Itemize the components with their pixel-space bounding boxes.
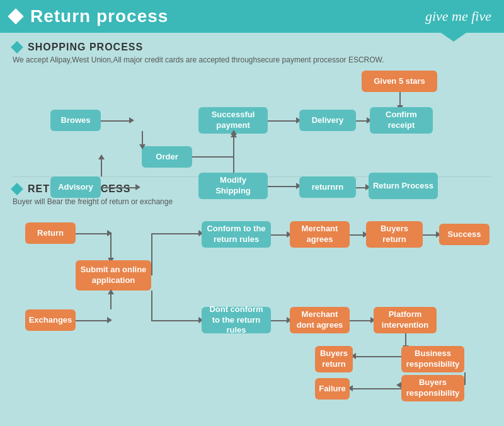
business-resp-box: Business responsibility <box>401 346 464 372</box>
arr-exch-r <box>76 320 110 321</box>
platform-box: Platform intervention <box>374 307 437 333</box>
buyers-return-2-box: Buyers return <box>315 346 353 372</box>
returnrn-box: returnrn <box>299 176 356 198</box>
arr-ret-down <box>110 233 112 260</box>
arrowhead-browes-down <box>139 144 146 149</box>
arr-buyersresp-failure <box>353 388 401 389</box>
return-box: Return <box>25 222 76 244</box>
confirm-receipt-box: Confirm receipt <box>370 107 433 134</box>
given-5-stars-box: Given 5 stars <box>362 71 437 92</box>
shopping-description: We accept Alipay,West Union,All major cr… <box>13 55 491 64</box>
arrowhead-browes-sp <box>129 117 134 124</box>
arr-submit-v <box>151 233 152 275</box>
failure-box: Failure <box>315 378 350 400</box>
arrowhead-ms-sp <box>231 132 237 137</box>
arr-bizresp-down <box>464 372 466 385</box>
return-diamond-icon <box>11 183 23 195</box>
arr-submit-dontconform <box>151 320 202 321</box>
advisory-box: Advisory <box>50 176 101 198</box>
arr-order-sp <box>192 156 233 158</box>
order-box: Order <box>142 146 192 168</box>
header-diamond-icon <box>8 8 23 24</box>
arrowhead-advisory-up <box>98 154 105 159</box>
shopping-diamond-icon <box>11 41 23 54</box>
dont-conform-box: Dont conform to the return rules <box>202 307 271 333</box>
arr-browes-sp <box>101 120 132 122</box>
arr-submit-conform <box>151 233 202 234</box>
arrowhead-advisory-ms <box>135 184 140 190</box>
shopping-flow: Given 5 stars Browes Successful payment … <box>13 71 491 171</box>
return-flow: Return Submit an online application Conf… <box>13 212 491 395</box>
arr-submit-v2 <box>151 291 152 320</box>
buyers-resp-box: Buyers responsibility <box>401 375 464 401</box>
arrowhead-exch-up <box>108 289 114 294</box>
arrowhead-exch-r <box>107 317 112 323</box>
modify-shipping-box: Modify Shipping <box>198 173 268 199</box>
page-title: Return process <box>30 6 168 26</box>
delivery-box: Delivery <box>299 110 356 131</box>
exchanges-box: Exchanges <box>25 309 76 331</box>
main-content: SHOPPING PROCESS We accept Alipay,West U… <box>0 33 504 404</box>
arr-ms-sp <box>233 134 234 173</box>
shopping-section-header: SHOPPING PROCESS <box>13 42 491 53</box>
merchant-agrees-box: Merchant agrees <box>290 221 350 248</box>
return-process-box: Return Process <box>369 173 438 199</box>
shopping-title: SHOPPING PROCESS <box>28 42 143 53</box>
buyers-return-1-box: Buyers return <box>366 221 423 248</box>
arrowhead-right-buyersresp <box>396 382 401 388</box>
arr-sp-delivery <box>268 120 299 122</box>
arr-ms-ret <box>268 186 299 187</box>
success-box: Success <box>439 224 490 245</box>
arr-biz-br2 <box>356 356 405 357</box>
conform-rules-box: Conform to the return rules <box>202 221 271 248</box>
arr-advisory-ms <box>101 187 139 188</box>
header: Return process give me five <box>0 0 504 33</box>
browes-box: Browes <box>50 110 101 131</box>
arr-return-r <box>76 233 110 234</box>
brand-text: give me five <box>425 8 491 25</box>
submit-online-box: Submit an online application <box>76 260 151 291</box>
merchant-dont-box: Merchant dont agrees <box>290 307 350 333</box>
